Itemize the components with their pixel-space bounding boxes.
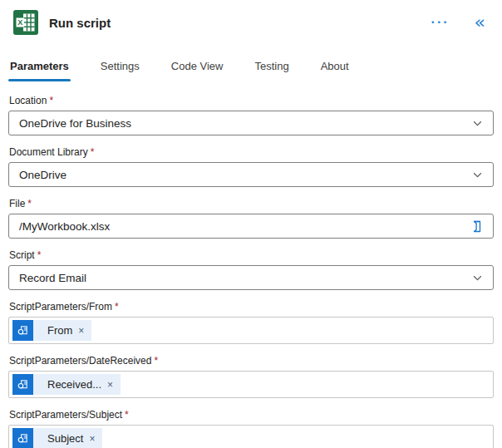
action-config-panel: X Run script ··· « Parameters Settings C… bbox=[0, 0, 502, 448]
file-input[interactable]: /MyWorkbook.xlsx bbox=[8, 214, 494, 239]
token-body: Received... × bbox=[33, 374, 121, 395]
field-label-text: ScriptParameters/DateReceived bbox=[9, 355, 151, 367]
field-label-text: ScriptParameters/From bbox=[9, 301, 112, 313]
panel-header: X Run script ··· « bbox=[0, 0, 502, 37]
dynamic-content-token-received[interactable]: Received... × bbox=[12, 374, 121, 395]
field-file: File* /MyWorkbook.xlsx bbox=[8, 198, 494, 239]
required-asterisk: * bbox=[115, 301, 119, 313]
document-library-value: OneDrive bbox=[19, 169, 472, 181]
svg-text:X: X bbox=[17, 18, 22, 27]
tab-parameters[interactable]: Parameters bbox=[8, 57, 71, 81]
required-asterisk: * bbox=[37, 249, 42, 261]
field-label: Script* bbox=[9, 249, 494, 261]
outlook-icon bbox=[12, 320, 33, 341]
scriptparameters-subject-input[interactable]: Subject × bbox=[8, 425, 494, 448]
chevron-down-icon bbox=[472, 273, 483, 283]
scriptparameters-from-input[interactable]: From × bbox=[8, 317, 494, 344]
field-label: Location* bbox=[9, 95, 494, 106]
chevron-down-icon bbox=[472, 170, 483, 180]
token-label: Received... bbox=[47, 378, 101, 391]
outlook-icon bbox=[12, 428, 33, 448]
tab-bar: Parameters Settings Code View Testing Ab… bbox=[8, 57, 494, 81]
location-value: OneDrive for Business bbox=[19, 117, 472, 130]
required-asterisk: * bbox=[27, 198, 32, 209]
field-location: Location* OneDrive for Business bbox=[8, 95, 494, 135]
collapse-panel-icon[interactable]: « bbox=[471, 13, 489, 32]
field-label-text: Document Library bbox=[9, 146, 88, 158]
field-label-text: ScriptParameters/Subject bbox=[9, 409, 122, 421]
required-asterisk: * bbox=[49, 95, 53, 106]
tab-testing[interactable]: Testing bbox=[253, 57, 290, 81]
required-asterisk: * bbox=[125, 409, 129, 421]
field-label: ScriptParameters/From* bbox=[9, 301, 494, 313]
field-script: Script* Record Email bbox=[8, 249, 494, 290]
field-label: Document Library* bbox=[9, 146, 494, 158]
file-picker-icon[interactable] bbox=[470, 219, 483, 234]
excel-icon: X bbox=[13, 10, 38, 35]
tab-code-view[interactable]: Code View bbox=[170, 57, 225, 81]
required-asterisk: * bbox=[154, 355, 158, 367]
dynamic-content-token-from[interactable]: From × bbox=[12, 320, 91, 341]
token-remove-button[interactable]: × bbox=[89, 434, 95, 444]
outlook-icon bbox=[12, 374, 33, 395]
field-document-library: Document Library* OneDrive bbox=[8, 146, 494, 187]
token-remove-button[interactable]: × bbox=[107, 380, 113, 390]
required-asterisk: * bbox=[91, 146, 95, 158]
token-body: Subject × bbox=[33, 428, 102, 448]
chevron-down-icon bbox=[472, 118, 483, 129]
dynamic-content-token-subject[interactable]: Subject × bbox=[12, 428, 102, 448]
script-dropdown[interactable]: Record Email bbox=[8, 265, 494, 290]
tab-settings[interactable]: Settings bbox=[99, 57, 141, 81]
tab-about[interactable]: About bbox=[319, 57, 351, 81]
location-dropdown[interactable]: OneDrive for Business bbox=[8, 111, 494, 135]
field-label: ScriptParameters/Subject* bbox=[9, 409, 494, 421]
field-scriptparameters-datereceived: ScriptParameters/DateReceived* Received.… bbox=[8, 355, 494, 398]
script-value: Record Email bbox=[19, 272, 472, 284]
field-label: File* bbox=[9, 198, 494, 209]
field-label-text: File bbox=[9, 198, 25, 209]
token-body: From × bbox=[33, 320, 91, 341]
token-remove-button[interactable]: × bbox=[78, 326, 84, 336]
field-scriptparameters-subject: ScriptParameters/Subject* Subject bbox=[8, 409, 494, 448]
scriptparameters-datereceived-input[interactable]: Received... × bbox=[8, 371, 494, 398]
field-label: ScriptParameters/DateReceived* bbox=[9, 355, 494, 367]
file-value: /MyWorkbook.xlsx bbox=[19, 220, 470, 233]
action-title: Run script bbox=[49, 16, 428, 30]
more-options-icon[interactable]: ··· bbox=[428, 17, 453, 28]
field-label-text: Script bbox=[9, 249, 35, 261]
token-label: Subject bbox=[47, 432, 83, 445]
token-label: From bbox=[47, 324, 72, 337]
document-library-dropdown[interactable]: OneDrive bbox=[8, 162, 494, 187]
parameters-form: Location* OneDrive for Business Document… bbox=[8, 95, 494, 448]
field-label-text: Location bbox=[9, 95, 47, 106]
field-scriptparameters-from: ScriptParameters/From* From × bbox=[8, 301, 494, 344]
